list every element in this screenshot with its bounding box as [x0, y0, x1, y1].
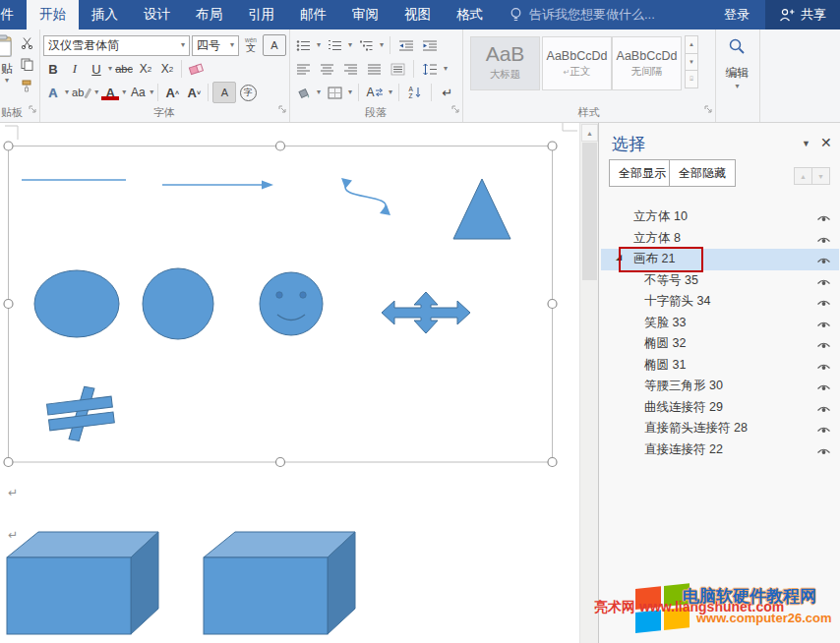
drawing-canvas[interactable]: ↵ ↵: [0, 123, 579, 643]
sort-button[interactable]: AZ: [405, 83, 425, 102]
selection-pane-item[interactable]: 曲线连接符 29: [601, 397, 839, 419]
tab-home[interactable]: 开始: [27, 0, 79, 29]
italic-button[interactable]: I: [65, 59, 85, 79]
strikethrough-button[interactable]: abc: [114, 59, 134, 79]
font-color-button[interactable]: A: [100, 83, 120, 102]
selection-pane-item[interactable]: ◢画布 21: [601, 249, 839, 270]
bold-button[interactable]: B: [43, 59, 63, 79]
cube-shape[interactable]: [204, 532, 355, 634]
eye-visibility-icon[interactable]: [816, 445, 831, 459]
styles-dialog-launcher-icon[interactable]: [704, 100, 713, 118]
tab-view[interactable]: 视图: [391, 0, 444, 29]
expand-triangle-icon[interactable]: ◢: [616, 253, 622, 262]
selection-handle[interactable]: [548, 300, 557, 309]
styles-scroll-up-icon[interactable]: ▲: [685, 35, 698, 54]
eye-visibility-icon[interactable]: [816, 424, 831, 438]
editing-dropdown-icon[interactable]: ▾: [715, 83, 759, 90]
tell-me-box[interactable]: 告诉我您想要做什么...: [510, 0, 708, 29]
selection-pane-item[interactable]: 等腰三角形 30: [601, 376, 839, 397]
selection-pane-item[interactable]: 椭圆 32: [601, 333, 839, 355]
smiley-face-shape[interactable]: [260, 272, 323, 335]
curved-connector-shape[interactable]: [341, 178, 390, 215]
selection-pane-item[interactable]: 笑脸 33: [601, 313, 839, 334]
selection-handle[interactable]: [276, 458, 285, 467]
selection-pane-item[interactable]: 立方体 8: [601, 228, 839, 250]
selection-handle[interactable]: [548, 142, 557, 150]
borders-button[interactable]: [325, 83, 344, 102]
quad-arrow-shape[interactable]: [382, 292, 470, 333]
eye-visibility-icon[interactable]: [816, 234, 831, 248]
highlight-color-button[interactable]: ab: [71, 83, 92, 102]
eye-visibility-icon[interactable]: [816, 212, 831, 226]
selection-handle[interactable]: [548, 458, 557, 467]
pane-dropdown-icon[interactable]: ▼: [802, 139, 810, 148]
selection-handle[interactable]: [4, 142, 13, 150]
tab-review[interactable]: 审阅: [339, 0, 391, 29]
scrollbar-thumb[interactable]: [582, 143, 597, 280]
cube-shape[interactable]: [7, 532, 158, 634]
bring-forward-button[interactable]: ▲: [794, 167, 812, 185]
eye-visibility-icon[interactable]: [816, 381, 831, 395]
tab-references[interactable]: 引用: [235, 0, 287, 29]
pane-close-icon[interactable]: ✕: [820, 135, 832, 150]
change-case-button[interactable]: Aa: [128, 83, 148, 102]
style-card-title[interactable]: AaB 大标题: [470, 36, 540, 90]
isosceles-triangle-shape[interactable]: [453, 179, 510, 239]
increase-indent-button[interactable]: [420, 35, 440, 55]
scrollbar-up-arrow-icon[interactable]: ▲: [581, 124, 598, 142]
tab-file[interactable]: 文件: [0, 0, 27, 29]
eye-visibility-icon[interactable]: [816, 319, 831, 332]
style-card-normal[interactable]: AaBbCcDd ↵正文: [542, 36, 612, 90]
selection-handle[interactable]: [4, 458, 13, 467]
align-left-button[interactable]: [293, 59, 313, 79]
character-border-button[interactable]: A: [263, 34, 286, 56]
hide-all-button[interactable]: 全部隐藏: [669, 159, 736, 187]
underline-dropdown-icon[interactable]: ▾: [108, 65, 112, 73]
eye-visibility-icon[interactable]: [816, 339, 831, 353]
superscript-button[interactable]: X2: [157, 59, 177, 79]
selection-pane-item[interactable]: 不等号 35: [601, 270, 839, 292]
selection-handle[interactable]: [4, 300, 13, 309]
eye-visibility-icon[interactable]: [816, 403, 831, 417]
subscript-button[interactable]: X2: [136, 59, 155, 79]
document-area[interactable]: ↵ ↵: [0, 123, 579, 643]
underline-button[interactable]: U: [87, 59, 106, 79]
selection-pane-item[interactable]: 椭圆 31: [601, 355, 839, 377]
vertical-scrollbar[interactable]: ▲: [579, 123, 599, 643]
circle-shape[interactable]: [143, 268, 213, 339]
font-name-combobox[interactable]: 汉仪雪君体简▾: [43, 35, 190, 56]
send-backward-button[interactable]: ▼: [811, 167, 830, 185]
paste-dropdown-icon[interactable]: ▾: [5, 77, 9, 85]
eye-visibility-icon[interactable]: [816, 361, 831, 375]
paragraph-dialog-launcher-icon[interactable]: [451, 100, 460, 118]
asian-layout-button[interactable]: A: [365, 83, 385, 102]
justify-button[interactable]: [364, 59, 384, 79]
eye-visibility-icon[interactable]: [816, 276, 831, 290]
numbering-button[interactable]: [325, 35, 344, 55]
enclose-characters-button[interactable]: 字: [238, 83, 258, 102]
font-size-combobox[interactable]: 四号▾: [192, 35, 239, 56]
selection-pane-item[interactable]: 直接箭头连接符 28: [601, 418, 839, 439]
distributed-button[interactable]: [388, 59, 407, 79]
sign-in-button[interactable]: 登录: [708, 0, 765, 29]
paste-button[interactable]: [0, 34, 13, 62]
grow-font-button[interactable]: A˄: [162, 83, 182, 102]
cut-icon[interactable]: [21, 36, 33, 49]
editing-menu-label[interactable]: 编辑: [715, 65, 759, 82]
styles-more-icon[interactable]: ⍗: [685, 70, 698, 88]
show-all-button[interactable]: 全部显示: [609, 159, 676, 187]
multilevel-list-button[interactable]: [356, 35, 376, 55]
selection-handle[interactable]: [276, 142, 285, 150]
eye-visibility-icon[interactable]: [816, 255, 831, 268]
tab-format[interactable]: 格式: [444, 0, 496, 29]
tab-mailings[interactable]: 邮件: [287, 0, 339, 29]
oval-shape[interactable]: [34, 270, 119, 337]
phonetic-guide-button[interactable]: wén文: [241, 35, 261, 55]
show-hide-marks-button[interactable]: ↵: [438, 83, 457, 102]
not-equal-shape[interactable]: [45, 383, 116, 444]
character-shading-button[interactable]: A: [212, 82, 236, 103]
style-card-no-spacing[interactable]: AaBbCcDd 无间隔: [612, 36, 682, 90]
tab-insert[interactable]: 插入: [79, 0, 131, 29]
tab-design[interactable]: 设计: [131, 0, 183, 29]
clear-formatting-button[interactable]: [186, 59, 206, 79]
